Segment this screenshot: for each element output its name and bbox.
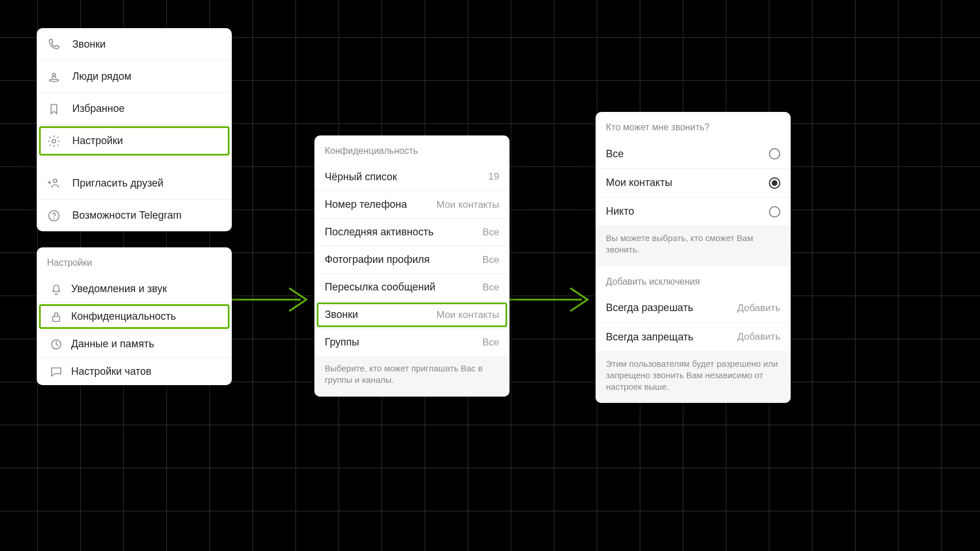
privacy-value: 19: [488, 171, 499, 183]
flow-arrow-2: [510, 286, 596, 313]
settings-card: Настройки Уведомления и звук Конфиденциа…: [37, 247, 232, 385]
privacy-label: Звонки: [325, 309, 437, 321]
menu-label: Возможности Telegram: [72, 209, 221, 222]
settings-label: Уведомления и звук: [71, 283, 221, 295]
lock-icon: [49, 310, 71, 324]
settings-item-privacy[interactable]: Конфиденциальность: [37, 302, 232, 330]
privacy-card: Конфиденциальность Чёрный список 19 Номе…: [314, 135, 510, 397]
privacy-label: Номер телефона: [325, 199, 437, 211]
phone-icon: [47, 37, 72, 51]
calls-note-2: Этим пользователям будет разрешено или з…: [596, 351, 791, 403]
option-label: Все: [606, 148, 769, 160]
privacy-item-calls[interactable]: Звонки Мои контакты: [314, 301, 510, 328]
bell-icon: [49, 282, 71, 296]
menu-label: Настройки: [72, 135, 221, 147]
menu-item-calls[interactable]: Звонки: [37, 28, 232, 60]
exception-label: Всегда разрешать: [606, 302, 737, 314]
menu-label: Люди рядом: [72, 71, 221, 83]
menu-label: Избранное: [72, 103, 221, 115]
privacy-label: Чёрный список: [325, 171, 488, 183]
flow-arrow-1: [232, 286, 314, 313]
chat-icon: [49, 365, 71, 379]
menu-label: Пригласить друзей: [72, 177, 221, 189]
svg-point-3: [53, 179, 57, 183]
menu-item-saved[interactable]: Избранное: [37, 92, 232, 125]
exception-always-allow[interactable]: Всегда разрешать Добавить: [596, 294, 791, 323]
exception-action: Добавить: [737, 302, 780, 314]
help-icon: [47, 209, 72, 223]
calls-option-contacts[interactable]: Мои контакты: [596, 168, 791, 197]
privacy-value: Все: [483, 337, 499, 348]
exception-action: Добавить: [737, 331, 780, 343]
privacy-value: Мои контакты: [437, 309, 499, 321]
privacy-item-groups[interactable]: Группы Все: [314, 328, 510, 356]
privacy-item-forward[interactable]: Пересылка сообщений Все: [314, 273, 510, 301]
privacy-label: Пересылка сообщений: [325, 281, 483, 293]
svg-point-5: [54, 218, 55, 219]
privacy-item-photo[interactable]: Фотографии профиля Все: [314, 246, 510, 273]
option-label: Мои контакты: [606, 177, 769, 189]
settings-label: Данные и память: [71, 338, 221, 350]
settings-label: Конфиденциальность: [71, 311, 221, 323]
privacy-footer-note: Выберите, кто может приглашать Вас в гру…: [314, 356, 510, 397]
svg-rect-6: [53, 316, 60, 321]
privacy-label: Группы: [325, 336, 483, 348]
privacy-label: Фотографии профиля: [325, 254, 483, 266]
gear-icon: [47, 134, 72, 148]
svg-point-1: [49, 79, 59, 82]
invite-icon: [47, 176, 72, 190]
menu-item-settings[interactable]: Настройки: [37, 125, 232, 157]
privacy-value: Все: [483, 227, 499, 238]
privacy-value: Все: [483, 282, 499, 293]
privacy-label: Последняя активность: [325, 226, 483, 238]
privacy-value: Мои контакты: [437, 199, 499, 211]
privacy-header: Конфиденциальность: [314, 135, 510, 163]
settings-label: Настройки чатов: [71, 366, 221, 378]
svg-point-2: [52, 139, 56, 143]
menu-item-invite[interactable]: Пригласить друзей: [37, 167, 232, 199]
menu-item-nearby[interactable]: Люди рядом: [37, 60, 232, 92]
settings-item-chat[interactable]: Настройки чатов: [37, 358, 232, 385]
privacy-item-phone[interactable]: Номер телефона Мои контакты: [314, 191, 510, 218]
svg-point-0: [53, 73, 56, 76]
option-label: Никто: [606, 205, 769, 218]
people-nearby-icon: [47, 70, 72, 84]
radio-icon: [769, 206, 780, 218]
privacy-item-lastseen[interactable]: Последняя активность Все: [314, 218, 510, 246]
radio-icon: [769, 177, 780, 189]
privacy-item-blacklist[interactable]: Чёрный список 19: [314, 163, 510, 191]
calls-header: Кто может мне звонить?: [596, 112, 791, 139]
settings-item-notifications[interactable]: Уведомления и звук: [37, 275, 232, 302]
exception-label: Всегда запрещать: [606, 331, 737, 343]
settings-item-data[interactable]: Данные и память: [37, 330, 232, 358]
calls-note-1: Вы можете выбрать, кто сможет Вам звонит…: [596, 226, 791, 266]
data-icon: [49, 337, 71, 351]
privacy-value: Все: [483, 254, 499, 266]
radio-icon: [769, 148, 780, 160]
calls-privacy-card: Кто может мне звонить? Все Мои контакты …: [596, 112, 791, 403]
calls-option-nobody[interactable]: Никто: [596, 197, 791, 226]
menu-gap: [37, 157, 232, 167]
menu-label: Звонки: [72, 38, 221, 51]
bookmark-icon: [47, 102, 72, 116]
calls-option-all[interactable]: Все: [596, 139, 791, 168]
exception-always-deny[interactable]: Всегда запрещать Добавить: [596, 323, 791, 351]
main-menu-card: Звонки Люди рядом Избранное Настройки Пр…: [37, 28, 232, 231]
settings-header: Настройки: [37, 247, 232, 275]
menu-item-features[interactable]: Возможности Telegram: [37, 199, 232, 231]
exceptions-header: Добавить исключения: [596, 266, 791, 294]
